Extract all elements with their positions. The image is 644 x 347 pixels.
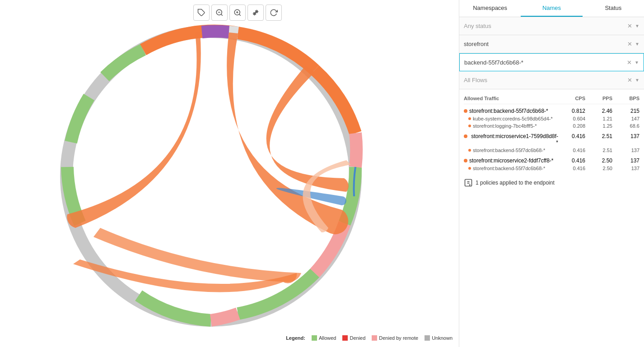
dot-1 xyxy=(464,109,467,113)
legend-unknown: Unknown xyxy=(425,335,453,341)
legend-denied-label: Denied xyxy=(350,335,365,341)
legend-allowed: Allowed xyxy=(312,335,336,341)
tab-row: Namespaces Names Status xyxy=(459,0,644,17)
legend-unknown-label: Unknown xyxy=(432,335,453,341)
dot-child-2-1 xyxy=(468,149,471,152)
legend-denied-remote: Denied by remote xyxy=(372,335,418,341)
name-dropdown-icon[interactable]: ▼ xyxy=(635,60,639,65)
traffic-name-3: storefront:microservice2-fddf7cff8-* xyxy=(464,157,558,164)
legend-denied-remote-label: Denied by remote xyxy=(379,335,418,341)
traffic-child-name-2-1: storefront:backend-55f7dc6b68-* xyxy=(468,148,558,153)
traffic-name-2: storefront:microservice1-7599d8d8f-* xyxy=(464,133,558,146)
filter-namespace-value: storefront xyxy=(464,41,627,47)
namespace-dropdown-icon[interactable]: ▼ xyxy=(635,42,639,46)
dot-child-3-1 xyxy=(468,167,471,170)
col-label: Allowed Traffic xyxy=(464,96,558,101)
svg-line-2 xyxy=(221,14,222,15)
svg-line-5 xyxy=(239,14,240,15)
traffic-row-child-1-1: kube-system:coredns-5c98db65d4-* 0.604 1… xyxy=(464,115,639,122)
clear-status-icon[interactable]: ✕ xyxy=(627,23,632,29)
chord-diagram xyxy=(35,7,387,341)
dot-3 xyxy=(464,159,467,162)
filter-flows-value: All Flows xyxy=(464,77,627,83)
refresh-button[interactable] xyxy=(266,5,282,21)
status-dropdown-icon[interactable]: ▼ xyxy=(635,23,639,28)
traffic-row-child-3-1: storefront:backend-55f7dc6b68-* 0.416 2.… xyxy=(464,165,639,172)
policy-note: 1 policies applied to the endpoint xyxy=(464,174,639,192)
filter-name[interactable]: backend-55f7dc6b68-* ✕ ▼ xyxy=(459,53,644,71)
traffic-name-text-1: storefront:backend-55f7dc6b68-* xyxy=(469,108,548,114)
traffic-name-text-3: storefront:microservice2-fddf7cff8-* xyxy=(469,157,554,164)
traffic-child-name-text-2-1: storefront:backend-55f7dc6b68-* xyxy=(473,148,545,153)
col-cps: CPS xyxy=(558,96,585,101)
traffic-bps-3: 137 xyxy=(612,157,639,164)
policy-note-text: 1 policies applied to the endpoint xyxy=(476,180,555,186)
traffic-section: Allowed Traffic CPS PPS BPS storefront:b… xyxy=(459,89,644,347)
traffic-pps-1: 2.46 xyxy=(585,108,612,114)
filter-namespace[interactable]: storefront ✕ ▼ xyxy=(459,35,644,53)
flows-dropdown-icon[interactable]: ▼ xyxy=(635,78,639,83)
filter-flows[interactable]: All Flows ✕ ▼ xyxy=(459,71,644,89)
zoom-in-button[interactable] xyxy=(229,5,246,21)
traffic-child-name-text-1-1: kube-system:coredns-5c98db65d4-* xyxy=(473,116,553,121)
clear-flows-icon[interactable]: ✕ xyxy=(627,77,632,83)
tab-namespaces[interactable]: Namespaces xyxy=(459,0,521,17)
traffic-header: Allowed Traffic CPS PPS BPS xyxy=(464,94,639,104)
dot-child-1-1 xyxy=(468,117,471,120)
chord-area: Legend: Allowed Denied Denied by remote … xyxy=(0,0,459,347)
dot-child-1-2 xyxy=(468,125,471,127)
traffic-child-name-3-1: storefront:backend-55f7dc6b68-* xyxy=(468,166,558,171)
traffic-row-primary-1: storefront:backend-55f7dc6b68-* 0.812 2.… xyxy=(464,107,639,115)
traffic-bps-1: 215 xyxy=(612,108,639,114)
traffic-child-name-text-1-2: storefront:logging-7bc4bfff5-* xyxy=(473,123,537,129)
col-pps: PPS xyxy=(585,96,612,101)
clear-name-icon[interactable]: ✕ xyxy=(627,60,632,65)
traffic-row-primary-2: storefront:microservice1-7599d8d8f-* 0.4… xyxy=(464,132,639,147)
traffic-bps-2: 137 xyxy=(612,133,639,139)
clear-namespace-icon[interactable]: ✕ xyxy=(627,41,632,47)
dot-2 xyxy=(464,134,467,138)
legend-unknown-box xyxy=(425,335,430,341)
col-bps: BPS xyxy=(612,96,639,101)
tab-names[interactable]: Names xyxy=(521,0,582,17)
traffic-row-child-2-1: storefront:backend-55f7dc6b68-* 0.416 2.… xyxy=(464,147,639,154)
tab-status[interactable]: Status xyxy=(583,0,644,17)
toolbar xyxy=(193,5,282,21)
traffic-cps-2: 0.416 xyxy=(558,133,585,139)
filter-name-value: backend-55f7dc6b68-* xyxy=(464,59,627,66)
filter-status-value: Any status xyxy=(464,23,627,29)
pin-button[interactable] xyxy=(247,5,264,21)
filter-status[interactable]: Any status ✕ ▼ xyxy=(459,17,644,35)
traffic-cps-1: 0.812 xyxy=(558,108,585,114)
legend-allowed-box xyxy=(312,335,317,341)
right-panel: Namespaces Names Status Any status ✕ ▼ s… xyxy=(459,0,644,347)
legend-denied: Denied xyxy=(342,335,365,341)
filter-name-icons: ✕ ▼ xyxy=(627,60,639,65)
traffic-name-1: storefront:backend-55f7dc6b68-* xyxy=(464,108,558,114)
filter-status-icons: ✕ ▼ xyxy=(627,23,639,29)
tag-button[interactable] xyxy=(193,5,210,21)
traffic-row-primary-3: storefront:microservice2-fddf7cff8-* 0.4… xyxy=(464,157,639,165)
legend: Legend: Allowed Denied Denied by remote … xyxy=(286,335,453,341)
legend-denied-remote-box xyxy=(372,335,377,341)
legend-denied-box xyxy=(342,335,348,341)
traffic-child-name-1-1: kube-system:coredns-5c98db65d4-* xyxy=(468,116,558,121)
filter-namespace-icons: ✕ ▼ xyxy=(627,41,639,47)
traffic-child-name-text-3-1: storefront:backend-55f7dc6b68-* xyxy=(473,166,545,171)
legend-allowed-label: Allowed xyxy=(319,335,336,341)
traffic-child-name-1-2: storefront:logging-7bc4bfff5-* xyxy=(468,123,558,129)
traffic-name-text-2: storefront:microservice1-7599d8d8f-* xyxy=(469,133,558,146)
traffic-pps-2: 2.51 xyxy=(585,133,612,139)
filter-flows-icons: ✕ ▼ xyxy=(627,77,639,83)
zoom-out-button[interactable] xyxy=(211,5,228,21)
policy-icon xyxy=(464,178,473,187)
traffic-cps-3: 0.416 xyxy=(558,157,585,164)
legend-label: Legend: xyxy=(286,335,305,341)
traffic-pps-3: 2.50 xyxy=(585,157,612,164)
traffic-row-child-1-2: storefront:logging-7bc4bfff5-* 0.208 1.2… xyxy=(464,122,639,130)
